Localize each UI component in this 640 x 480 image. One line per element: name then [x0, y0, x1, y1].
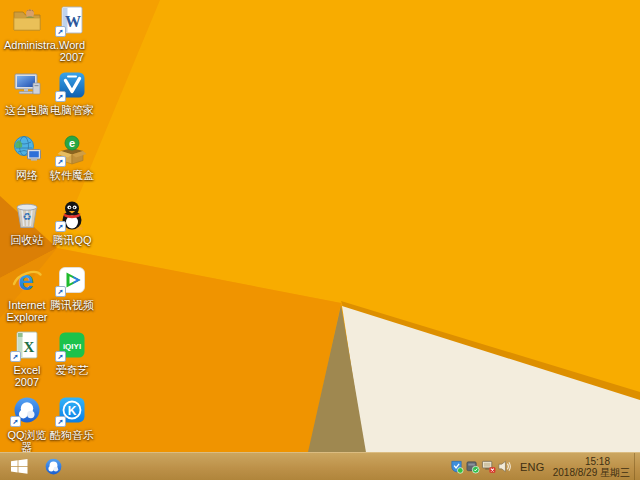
qq-browser-icon [43, 456, 64, 477]
svg-text:iQIYI: iQIYI [63, 342, 81, 351]
desktop-icon-recycle-bin[interactable]: ♻回收站 [4, 199, 50, 261]
desktop-icon-label: 回收站 [4, 234, 50, 246]
excel-2007-icon: X➚ [11, 329, 43, 361]
desktop-icon-label: 这台电脑 [4, 104, 50, 116]
clock-time: 15:18 [553, 456, 630, 467]
desktop-icon-tencent-video[interactable]: ➚腾讯视频 [49, 264, 95, 326]
desktop-icon-administrator[interactable]: Administra... [4, 4, 50, 66]
start-button[interactable] [0, 453, 38, 480]
network-icon [11, 134, 43, 166]
desktop-icon-label: Internet Explorer [4, 299, 50, 323]
word-2007-icon: W➚ [56, 4, 88, 36]
this-pc-icon [11, 69, 43, 101]
tencent-video-icon: ➚ [56, 264, 88, 296]
desktop-icon-tencent-qq[interactable]: ➚腾讯QQ [49, 199, 95, 261]
shortcut-arrow-icon: ➚ [55, 91, 66, 102]
shortcut-arrow-icon: ➚ [55, 351, 66, 362]
desktop-icon-excel-2007[interactable]: X➚Excel 2007 [4, 329, 50, 391]
desktop-icon-word-2007[interactable]: W➚Word 2007 [49, 4, 95, 66]
shortcut-arrow-icon: ➚ [10, 351, 21, 362]
desktop-icon-iqiyi[interactable]: iQIYI➚爱奇艺 [49, 329, 95, 391]
svg-text:e: e [69, 137, 75, 149]
desktop-icon-label: 腾讯视频 [49, 299, 95, 311]
desktop-icon-label: 酷狗音乐 [49, 429, 95, 441]
clock-date: 2018/8/29 星期三 [553, 467, 630, 478]
svg-text:X: X [24, 339, 35, 355]
desktop-icon-network[interactable]: 网络 [4, 134, 50, 196]
volume-icon[interactable] [497, 453, 513, 480]
desktop-icon-label: 软件魔盒 [49, 169, 95, 181]
desktop-icon-pc-manager[interactable]: ➚电脑管家 [49, 69, 95, 131]
desktop-icon-label: 腾讯QQ [49, 234, 95, 246]
safety-check-tray-icon[interactable] [465, 453, 481, 480]
svg-text:W: W [65, 13, 81, 30]
desktop-icon-label: QQ浏览器 [4, 429, 50, 453]
language-indicator[interactable]: ENG [513, 461, 553, 473]
qq-browser-icon: ➚ [11, 394, 43, 426]
tencent-qq-icon: ➚ [56, 199, 88, 231]
svg-text:K: K [68, 404, 77, 418]
internet-explorer-icon: e [11, 264, 43, 296]
svg-text:♻: ♻ [23, 211, 32, 222]
desktop-icon-kugou-music[interactable]: K➚酷狗音乐 [49, 394, 95, 456]
desktop-icon-grid: Administra...W➚Word 2007这台电脑➚电脑管家网络e➚软件魔… [0, 0, 640, 452]
desktop-icon-label: Word 2007 [49, 39, 95, 63]
taskbar-pinned-qq-browser[interactable] [38, 453, 68, 480]
desktop-icon-this-pc[interactable]: 这台电脑 [4, 69, 50, 131]
shortcut-arrow-icon: ➚ [55, 26, 66, 37]
show-desktop-button[interactable] [634, 453, 640, 480]
shortcut-arrow-icon: ➚ [55, 221, 66, 232]
desktop: Administra...W➚Word 2007这台电脑➚电脑管家网络e➚软件魔… [0, 0, 640, 480]
desktop-icon-internet-explorer[interactable]: eInternet Explorer [4, 264, 50, 326]
desktop-icon-software-magic-box[interactable]: e➚软件魔盒 [49, 134, 95, 196]
software-magic-box-icon: e➚ [56, 134, 88, 166]
shortcut-arrow-icon: ➚ [55, 416, 66, 427]
network-disconnected-icon[interactable] [481, 453, 497, 480]
recycle-bin-icon: ♻ [11, 199, 43, 231]
taskbar-clock[interactable]: 15:18 2018/8/29 星期三 [553, 456, 634, 478]
shortcut-arrow-icon: ➚ [10, 416, 21, 427]
desktop-icon-label: 电脑管家 [49, 104, 95, 116]
pc-manager-tray-icon[interactable] [449, 453, 465, 480]
taskbar: ENG 15:18 2018/8/29 星期三 [0, 452, 640, 480]
pc-manager-icon: ➚ [56, 69, 88, 101]
desktop-icon-label: Excel 2007 [4, 364, 50, 388]
svg-text:e: e [18, 265, 34, 296]
kugou-music-icon: K➚ [56, 394, 88, 426]
desktop-icon-label: Administra... [4, 39, 50, 51]
shortcut-arrow-icon: ➚ [55, 286, 66, 297]
desktop-icon-label: 网络 [4, 169, 50, 181]
desktop-icon-qq-browser[interactable]: ➚QQ浏览器 [4, 394, 50, 456]
administrator-icon [11, 4, 43, 36]
shortcut-arrow-icon: ➚ [55, 156, 66, 167]
desktop-icon-label: 爱奇艺 [49, 364, 95, 376]
iqiyi-icon: iQIYI➚ [56, 329, 88, 361]
windows-logo-icon [11, 459, 28, 474]
